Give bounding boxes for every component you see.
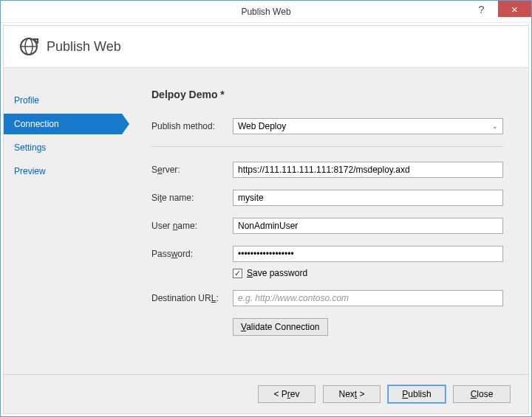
sidebar-item-label: Profile bbox=[14, 95, 39, 106]
footer: < Prev Next > Publish Close bbox=[4, 374, 528, 413]
save-password-checkbox[interactable]: ✓ bbox=[233, 269, 242, 278]
server-row: Server: bbox=[151, 162, 503, 178]
content-pane: Delpoy Demo * Publish method: Web Deploy… bbox=[122, 68, 528, 374]
close-icon[interactable]: × bbox=[498, 1, 531, 17]
chevron-down-icon: ⌄ bbox=[492, 123, 498, 130]
password-input[interactable] bbox=[233, 246, 503, 262]
sidebar-item-preview[interactable]: Preview bbox=[4, 161, 122, 182]
password-label: Password: bbox=[151, 249, 233, 259]
close-button[interactable]: Close bbox=[453, 385, 511, 403]
sidebar-item-label: Connection bbox=[14, 119, 59, 129]
publish-web-window: Publish Web ? × Publish Web Profile bbox=[0, 0, 532, 417]
banner-title: Publish Web bbox=[47, 39, 121, 55]
body: Profile Connection Settings Preview Delp… bbox=[4, 68, 528, 374]
next-button[interactable]: Next > bbox=[323, 385, 381, 403]
window-title: Publish Web bbox=[241, 7, 290, 17]
password-row: Password: bbox=[151, 246, 503, 262]
server-input[interactable] bbox=[233, 162, 503, 178]
titlebar-controls: ? × bbox=[465, 1, 531, 22]
prev-button[interactable]: < Prev bbox=[258, 385, 316, 403]
divider bbox=[151, 146, 503, 147]
dialog-frame: Publish Web Profile Connection Settings … bbox=[3, 25, 529, 414]
sidebar-item-settings[interactable]: Settings bbox=[4, 137, 122, 158]
validate-connection-button[interactable]: Validate Connection bbox=[233, 318, 328, 336]
validate-row: Validate Connection bbox=[151, 318, 503, 336]
publish-button[interactable]: Publish bbox=[388, 385, 446, 403]
save-password-row: ✓ Save password bbox=[233, 268, 503, 278]
destination-url-row: Destination URL: bbox=[151, 290, 503, 306]
site-name-label: Site name: bbox=[151, 193, 233, 203]
save-password-label: Save password bbox=[247, 268, 307, 278]
user-name-row: User name: bbox=[151, 218, 503, 234]
sidebar-item-connection[interactable]: Connection bbox=[4, 114, 122, 134]
globe-icon bbox=[18, 36, 39, 57]
publish-method-select[interactable]: Web Deploy ⌄ bbox=[233, 118, 503, 134]
titlebar: Publish Web ? × bbox=[1, 1, 531, 23]
publish-method-value: Web Deploy bbox=[238, 121, 286, 131]
help-icon[interactable]: ? bbox=[465, 1, 498, 17]
page-title: Delpoy Demo * bbox=[151, 89, 503, 100]
user-name-label: User name: bbox=[151, 221, 233, 231]
destination-url-label: Destination URL: bbox=[151, 293, 233, 303]
user-name-input[interactable] bbox=[233, 218, 503, 234]
sidebar-item-profile[interactable]: Profile bbox=[4, 90, 122, 111]
site-name-row: Site name: bbox=[151, 190, 503, 206]
destination-url-input[interactable] bbox=[233, 290, 503, 306]
sidebar-item-label: Settings bbox=[14, 142, 46, 153]
sidebar-item-label: Preview bbox=[14, 166, 46, 176]
publish-method-label: Publish method: bbox=[151, 121, 233, 131]
publish-method-row: Publish method: Web Deploy ⌄ bbox=[151, 118, 503, 134]
sidebar: Profile Connection Settings Preview bbox=[4, 68, 122, 374]
server-label: Server: bbox=[151, 165, 233, 175]
site-name-input[interactable] bbox=[233, 190, 503, 206]
header-banner: Publish Web bbox=[4, 26, 528, 68]
